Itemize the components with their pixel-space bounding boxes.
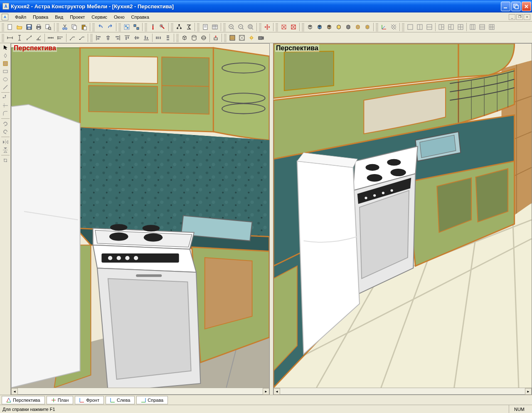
maximize-button[interactable] [511, 2, 521, 11]
paste-button[interactable] [79, 22, 89, 32]
trim-tool[interactable] [1, 102, 10, 109]
tab-right[interactable]: Справа [136, 396, 168, 404]
menu-help[interactable]: Справка [128, 14, 153, 20]
axis-button[interactable] [379, 22, 389, 32]
toolbar-grip[interactable] [302, 22, 304, 32]
toolbar-grip[interactable] [223, 22, 226, 32]
shade-textured-button[interactable] [325, 22, 334, 32]
toolbar-grip[interactable] [90, 33, 93, 42]
menu-file[interactable]: Файл [12, 14, 30, 20]
material-button[interactable] [228, 33, 237, 42]
mirror-h-tool[interactable] [1, 138, 10, 146]
cut-button[interactable] [60, 22, 69, 32]
leader2-button[interactable] [77, 33, 86, 42]
shade-shaded-button[interactable] [334, 22, 343, 32]
print-preview-button[interactable] [44, 22, 53, 32]
sphere-button[interactable] [199, 33, 208, 42]
viewport-2-hscroll[interactable]: ◄ ► [273, 388, 532, 394]
shade-final-button[interactable] [363, 22, 372, 32]
align-top-button[interactable] [123, 33, 132, 42]
tab-plan[interactable]: План [47, 396, 74, 404]
align-middle-button[interactable] [132, 33, 141, 42]
align-left-button[interactable] [94, 33, 103, 42]
align-center-button[interactable] [103, 33, 113, 42]
toolbar-grip[interactable] [171, 22, 173, 32]
pointer-tool[interactable] [1, 44, 10, 52]
toolbar-grip[interactable] [118, 22, 121, 32]
save-button[interactable] [25, 22, 34, 32]
table-button[interactable] [210, 22, 219, 32]
panel-tool[interactable] [1, 60, 10, 67]
scroll-left-button[interactable]: ◄ [273, 388, 280, 395]
print-button[interactable] [34, 22, 43, 32]
copy-button[interactable] [70, 22, 79, 32]
minimize-button[interactable] [501, 2, 510, 11]
toolbar-grip[interactable] [92, 22, 95, 32]
new-button[interactable] [5, 22, 15, 32]
group-button[interactable] [122, 22, 131, 32]
sum-button[interactable] [184, 22, 193, 32]
circle-tool[interactable] [1, 76, 10, 83]
menu-service[interactable]: Сервис [88, 14, 111, 20]
nav-tool[interactable] [1, 52, 10, 59]
rotate-cw-tool[interactable] [1, 120, 10, 128]
toolbar-grip[interactable] [376, 22, 378, 32]
tool-button[interactable] [158, 22, 167, 32]
leader-button[interactable] [68, 33, 77, 42]
tab-left[interactable]: Слева [106, 396, 135, 404]
deselect-button[interactable] [289, 22, 298, 32]
layout-3b-button[interactable] [446, 22, 456, 32]
layout-2h-button[interactable] [415, 22, 424, 32]
align-bottom-button[interactable] [142, 33, 151, 42]
mdi-minimize-button[interactable]: _ [509, 14, 515, 20]
toolbar-grip[interactable] [145, 22, 147, 32]
snap-tool[interactable] [1, 157, 10, 164]
report-button[interactable] [201, 22, 210, 32]
grid-button[interactable] [389, 22, 398, 32]
rect-tool[interactable] [1, 68, 10, 75]
shade-render-button[interactable] [353, 22, 362, 32]
app-menu-icon[interactable]: A [2, 14, 8, 20]
toolbar-grip[interactable] [197, 22, 200, 32]
mdi-restore-button[interactable]: ❐ [516, 14, 523, 20]
layout-2v-button[interactable] [425, 22, 434, 32]
toolbar-grip[interactable] [176, 33, 179, 42]
layout-1-button[interactable] [406, 22, 415, 32]
scroll-right-button[interactable]: ► [525, 388, 532, 395]
dim-chain-button[interactable] [46, 33, 55, 42]
toolbar-grip[interactable] [276, 22, 278, 32]
shade-button[interactable] [344, 22, 353, 32]
dim-align-button[interactable] [25, 33, 34, 42]
move-button[interactable] [263, 22, 272, 32]
dim-angle-button[interactable] [34, 33, 43, 42]
box-button[interactable] [180, 33, 189, 42]
mirror-v-tool[interactable] [1, 146, 10, 154]
align-right-button[interactable] [113, 33, 122, 42]
menu-window[interactable]: Окно [111, 14, 128, 20]
zoom-in-button[interactable] [227, 22, 236, 32]
tab-front[interactable]: Фронт [75, 396, 104, 404]
shade-solid-button[interactable] [315, 22, 324, 32]
screw-button[interactable] [148, 22, 158, 32]
layout-6-button[interactable] [487, 22, 496, 32]
shade-wireframe-button[interactable] [305, 22, 315, 32]
redo-button[interactable] [106, 22, 115, 32]
extrude-button[interactable] [211, 33, 220, 42]
close-button[interactable] [522, 2, 531, 11]
mdi-close-button[interactable]: × [524, 14, 530, 20]
distribute-h-button[interactable] [154, 33, 163, 42]
toolbar-grip[interactable] [224, 33, 227, 42]
fillet-tool[interactable] [1, 110, 10, 117]
zoom-out-button[interactable] [236, 22, 246, 32]
undo-button[interactable] [96, 22, 105, 32]
texture-button[interactable] [237, 33, 246, 42]
viewport-1-hscroll[interactable]: ◄ ► [11, 388, 269, 394]
menu-project[interactable]: Проект [66, 14, 88, 20]
zoom-fit-button[interactable] [246, 22, 255, 32]
cylinder-button[interactable] [190, 33, 199, 42]
layout-4-button[interactable] [456, 22, 465, 32]
layout-5a-button[interactable] [468, 22, 477, 32]
toolbar-grip[interactable] [259, 22, 261, 32]
toolbar-grip[interactable] [2, 22, 4, 32]
viewport-2[interactable]: Перспектива [273, 43, 532, 395]
